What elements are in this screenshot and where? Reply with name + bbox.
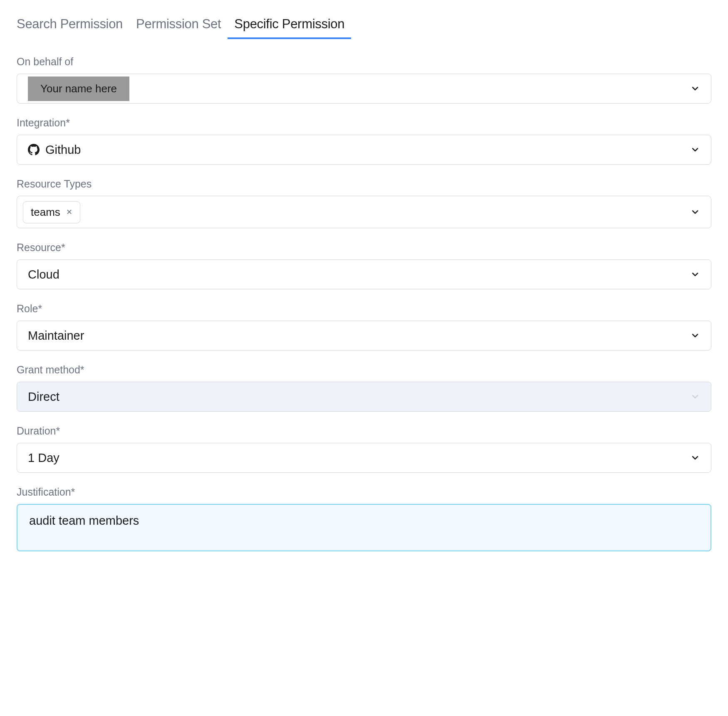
field-on-behalf-of: On behalf of Your name here bbox=[17, 56, 711, 104]
field-justification: Justification* bbox=[17, 486, 711, 553]
tabs-container: Search Permission Permission Set Specifi… bbox=[17, 17, 711, 37]
field-resource-types: Resource Types teams ✕ bbox=[17, 178, 711, 228]
on-behalf-of-label: On behalf of bbox=[17, 56, 711, 68]
grant-method-value: Direct bbox=[28, 390, 59, 404]
resource-types-label: Resource Types bbox=[17, 178, 711, 190]
integration-select[interactable]: Github bbox=[17, 135, 711, 165]
role-select[interactable]: Maintainer bbox=[17, 321, 711, 351]
integration-label: Integration* bbox=[17, 117, 711, 129]
duration-label: Duration* bbox=[17, 425, 711, 437]
on-behalf-of-placeholder: Your name here bbox=[28, 77, 129, 101]
chevron-down-icon bbox=[690, 145, 700, 155]
role-label: Role* bbox=[17, 303, 711, 315]
field-resource: Resource* Cloud bbox=[17, 242, 711, 289]
resource-select[interactable]: Cloud bbox=[17, 259, 711, 289]
tab-specific-permission[interactable]: Specific Permission bbox=[234, 17, 344, 37]
on-behalf-of-select[interactable]: Your name here bbox=[17, 74, 711, 104]
role-value: Maintainer bbox=[28, 329, 84, 343]
tab-permission-set[interactable]: Permission Set bbox=[136, 17, 221, 37]
field-grant-method: Grant method* Direct bbox=[17, 364, 711, 412]
github-icon bbox=[28, 144, 40, 156]
justification-label: Justification* bbox=[17, 486, 711, 498]
tag-label: teams bbox=[31, 206, 60, 219]
field-role: Role* Maintainer bbox=[17, 303, 711, 351]
resource-label: Resource* bbox=[17, 242, 711, 254]
tag-remove-icon[interactable]: ✕ bbox=[66, 208, 72, 216]
integration-value: Github bbox=[45, 143, 81, 157]
grant-method-select[interactable]: Direct bbox=[17, 382, 711, 412]
tab-search-permission[interactable]: Search Permission bbox=[17, 17, 123, 37]
chevron-down-icon bbox=[690, 392, 700, 402]
duration-select[interactable]: 1 Day bbox=[17, 443, 711, 473]
field-duration: Duration* 1 Day bbox=[17, 425, 711, 473]
grant-method-label: Grant method* bbox=[17, 364, 711, 376]
chevron-down-icon bbox=[690, 207, 700, 217]
resource-value: Cloud bbox=[28, 268, 59, 281]
justification-input[interactable] bbox=[17, 504, 711, 551]
resource-type-tag: teams ✕ bbox=[23, 201, 80, 223]
chevron-down-icon bbox=[690, 269, 700, 279]
chevron-down-icon bbox=[690, 84, 700, 94]
field-integration: Integration* Github bbox=[17, 117, 711, 165]
chevron-down-icon bbox=[690, 331, 700, 341]
resource-types-select[interactable]: teams ✕ bbox=[17, 196, 711, 228]
chevron-down-icon bbox=[690, 453, 700, 463]
duration-value: 1 Day bbox=[28, 451, 59, 465]
